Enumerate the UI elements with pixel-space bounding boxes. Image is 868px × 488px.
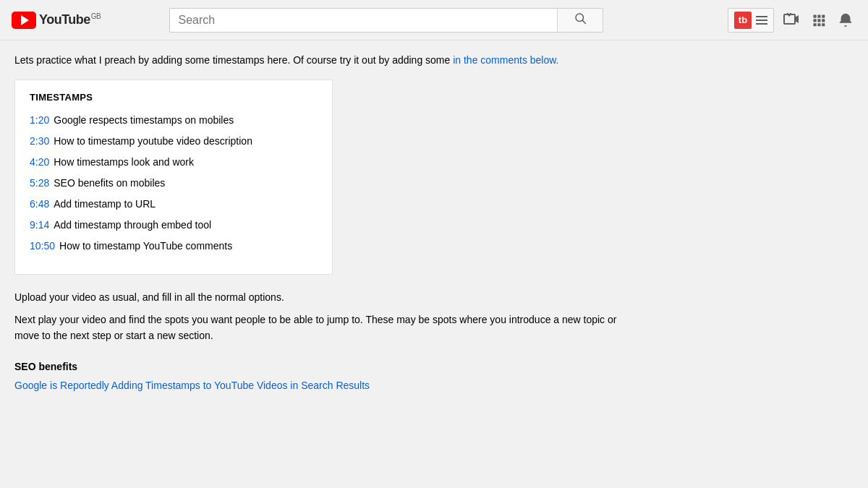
timestamps-heading: TIMESTAMPS bbox=[30, 92, 318, 103]
timestamp-description: Google respects timestamps on mobiles bbox=[54, 113, 234, 128]
upload-line2: Next play your video and find the spots … bbox=[14, 314, 616, 341]
timestamp-time-link[interactable]: 4:20 bbox=[30, 155, 49, 170]
timestamp-item: 10:50How to timestamp YouTube comments bbox=[30, 239, 318, 254]
search-button[interactable] bbox=[557, 8, 603, 33]
upload-paragraph-2: Next play your video and find the spots … bbox=[14, 312, 637, 344]
youtube-logo-icon bbox=[12, 12, 36, 29]
timestamp-time-link[interactable]: 5:28 bbox=[30, 176, 49, 191]
seo-heading: SEO benefits bbox=[14, 359, 637, 374]
timestamp-item: 5:28SEO benefits on mobiles bbox=[30, 176, 318, 191]
timestamp-time-link[interactable]: 2:30 bbox=[30, 134, 49, 149]
logo-area[interactable]: YouTubeGB bbox=[12, 12, 101, 29]
svg-rect-14 bbox=[817, 23, 820, 26]
timestamp-item: 2:30How to timestamp youtube video descr… bbox=[30, 134, 318, 149]
timestamp-time-link[interactable]: 1:20 bbox=[30, 113, 49, 128]
timestamps-box: TIMESTAMPS 1:20Google respects timestamp… bbox=[14, 80, 333, 275]
youtube-play-icon bbox=[12, 12, 36, 29]
main-content: Lets practice what I preach by adding so… bbox=[0, 40, 651, 405]
upload-paragraph-1: Upload your video as usual, and fill in … bbox=[14, 289, 637, 305]
timestamp-time-link[interactable]: 6:48 bbox=[30, 197, 49, 212]
svg-rect-11 bbox=[817, 19, 820, 22]
upload-line1: Upload your video as usual, and fill in … bbox=[14, 291, 284, 303]
timestamp-item: 4:20How timestamps look and work bbox=[30, 155, 318, 170]
search-icon bbox=[574, 12, 587, 28]
header: YouTubeGB tb bbox=[0, 0, 868, 40]
body-paragraphs: Upload your video as usual, and fill in … bbox=[14, 289, 637, 393]
svg-rect-13 bbox=[813, 23, 816, 26]
intro-text-before: Lets practice what I preach by adding so… bbox=[14, 54, 453, 66]
timestamp-description: How to timestamp youtube video descripti… bbox=[54, 134, 252, 149]
header-right: tb bbox=[728, 8, 856, 33]
timestamp-description: How timestamps look and work bbox=[54, 155, 194, 170]
timestamp-time-link[interactable]: 9:14 bbox=[30, 218, 49, 233]
logo-youtube-text: YouTube bbox=[39, 12, 90, 27]
timestamp-item: 9:14Add timestamp through embed tool bbox=[30, 218, 318, 233]
svg-rect-10 bbox=[813, 19, 816, 22]
intro-text: Lets practice what I preach by adding so… bbox=[14, 52, 637, 68]
seo-section: SEO benefits Google is Reportedly Adding… bbox=[14, 359, 637, 394]
svg-rect-12 bbox=[822, 19, 825, 22]
timestamp-time-link[interactable]: 10:50 bbox=[30, 239, 55, 254]
notifications-button[interactable] bbox=[835, 9, 856, 31]
account-button[interactable]: tb bbox=[728, 8, 774, 33]
search-input[interactable] bbox=[169, 8, 557, 33]
timestamp-item: 1:20Google respects timestamps on mobile… bbox=[30, 113, 318, 128]
youtube-wordmark: YouTubeGB bbox=[39, 12, 101, 27]
timestamp-item: 6:48Add timestamp to URL bbox=[30, 197, 318, 212]
svg-rect-7 bbox=[813, 14, 816, 17]
svg-rect-9 bbox=[822, 14, 825, 17]
svg-rect-15 bbox=[822, 23, 825, 26]
timestamp-description: How to timestamp YouTube comments bbox=[59, 239, 232, 254]
comments-link[interactable]: in the comments below. bbox=[453, 54, 558, 66]
seo-article-link[interactable]: Google is Reportedly Adding Timestamps t… bbox=[14, 380, 370, 391]
logo-region: GB bbox=[91, 12, 101, 20]
account-menu-icon bbox=[756, 16, 767, 25]
svg-line-1 bbox=[582, 20, 585, 23]
svg-rect-8 bbox=[817, 14, 820, 17]
timestamp-description: Add timestamp to URL bbox=[54, 197, 156, 212]
timestamp-list: 1:20Google respects timestamps on mobile… bbox=[30, 113, 318, 254]
timestamp-description: Add timestamp through embed tool bbox=[54, 218, 211, 233]
search-area bbox=[169, 8, 603, 33]
apps-button[interactable] bbox=[809, 10, 829, 30]
svg-marker-6 bbox=[788, 15, 791, 17]
upload-button[interactable] bbox=[780, 9, 803, 32]
account-avatar: tb bbox=[734, 12, 752, 29]
timestamp-description: SEO benefits on mobiles bbox=[54, 176, 165, 191]
